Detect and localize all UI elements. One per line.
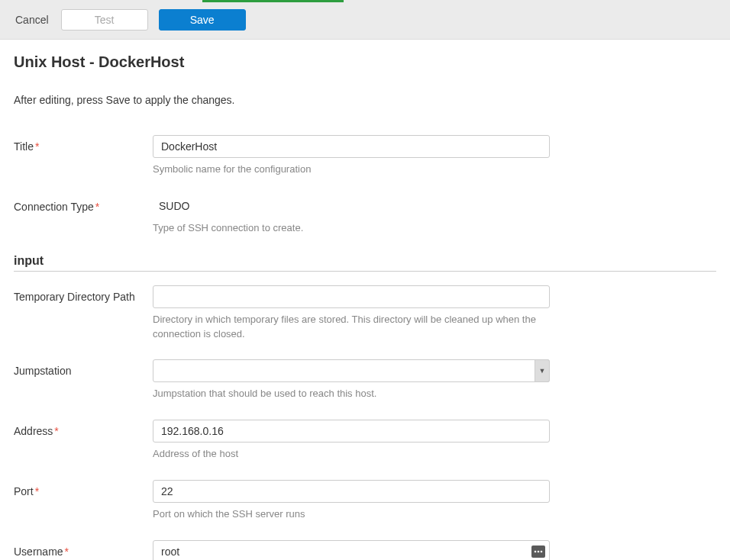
cancel-button[interactable]: Cancel [14, 14, 50, 26]
jumpstation-help: Jumpstation that should be used to reach… [153, 387, 550, 401]
title-help: Symbolic name for the configuration [153, 163, 550, 177]
address-input[interactable] [153, 420, 550, 443]
svg-point-2 [541, 551, 543, 553]
page-subtitle: After editing, press Save to apply the c… [14, 94, 716, 106]
top-accent-bar [202, 0, 344, 2]
content-area: Unix Host - DockerHost After editing, pr… [0, 40, 730, 560]
required-marker: * [65, 546, 69, 558]
temp-dir-label: Temporary Directory Path [14, 285, 153, 342]
svg-point-1 [538, 551, 540, 553]
username-input[interactable] [153, 540, 550, 560]
required-marker: * [35, 485, 39, 497]
credential-lookup-icon[interactable] [531, 546, 545, 558]
connection-type-help: Type of SSH connection to create. [153, 221, 550, 236]
address-help: Address of the host [153, 447, 550, 462]
toolbar: Cancel Test Save [0, 0, 730, 40]
page-title: Unix Host - DockerHost [14, 53, 716, 71]
form: Title* Symbolic name for the configurati… [14, 135, 716, 560]
title-input[interactable] [153, 135, 550, 158]
required-marker: * [54, 425, 58, 437]
connection-type-value: SUDO [153, 195, 550, 217]
username-label: Username* [14, 540, 153, 560]
section-input-header: input [14, 254, 716, 268]
temp-dir-help: Directory in which temporary files are s… [153, 313, 550, 342]
required-marker: * [35, 140, 39, 153]
jumpstation-select-input[interactable] [153, 359, 550, 382]
connection-type-label: Connection Type* [14, 195, 153, 236]
save-button[interactable]: Save [159, 9, 246, 31]
port-help: Port on which the SSH server runs [153, 507, 550, 522]
jumpstation-select[interactable]: ▼ [153, 359, 550, 382]
section-divider [14, 271, 716, 272]
test-button[interactable]: Test [61, 9, 148, 31]
temp-dir-input[interactable] [153, 285, 550, 308]
address-label: Address* [14, 420, 153, 462]
svg-point-0 [535, 551, 537, 553]
jumpstation-label: Jumpstation [14, 359, 153, 401]
port-input[interactable] [153, 480, 550, 503]
required-marker: * [95, 201, 99, 213]
title-label: Title* [14, 135, 153, 177]
port-label: Port* [14, 480, 153, 522]
